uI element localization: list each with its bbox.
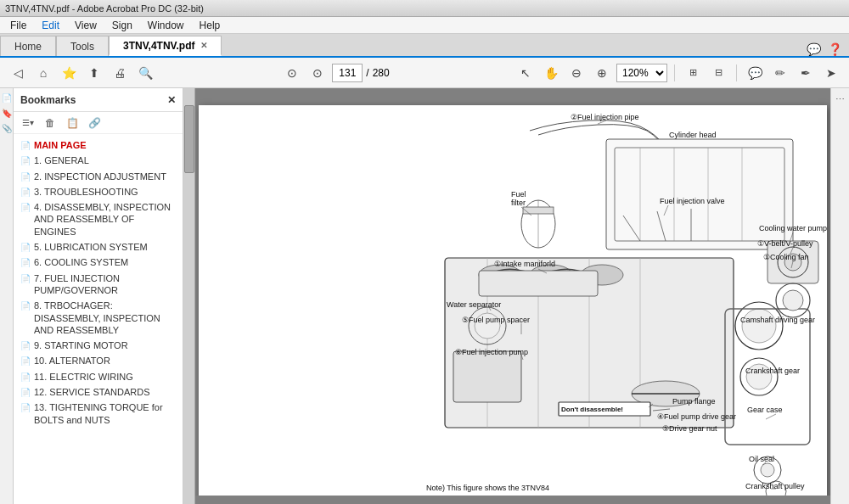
panel-pages-icon[interactable]: 📄 bbox=[1, 92, 13, 104]
bookmark-icon: 📄 bbox=[20, 387, 31, 398]
bookmark-icon: 📄 bbox=[20, 140, 31, 151]
bookmark-icon: 📄 bbox=[20, 242, 31, 253]
svg-point-24 bbox=[742, 309, 776, 343]
tab-tools[interactable]: Tools bbox=[56, 36, 109, 56]
svg-text:Don't disassemble!: Don't disassemble! bbox=[561, 406, 623, 413]
menu-help[interactable]: Help bbox=[193, 18, 228, 33]
bookmark-8[interactable]: 📄 8. TRBOCHAGER: DISASSEMBLY, INSPECTION… bbox=[14, 298, 183, 338]
engine-diagram: ②Fuel injection pipe Cylinder head Fuel … bbox=[199, 105, 827, 496]
svg-text:②Fuel injection pipe: ②Fuel injection pipe bbox=[571, 113, 639, 121]
right-icon-1[interactable]: ⋯ bbox=[833, 92, 848, 107]
bookmark-7[interactable]: 📄 7. FUEL INJECTION PUMP/GOVERNOR bbox=[14, 271, 183, 299]
stamp-icon[interactable]: ✒ bbox=[795, 62, 817, 84]
svg-text:④Fuel pump drive gear: ④Fuel pump drive gear bbox=[657, 412, 736, 421]
menu-edit[interactable]: Edit bbox=[35, 18, 66, 33]
bm-delete-button[interactable]: 🗑 bbox=[41, 115, 59, 132]
svg-text:Note) This figure shows the 3T: Note) This figure shows the 3TNV84 bbox=[426, 484, 549, 492]
svg-point-39 bbox=[761, 463, 774, 477]
tab-home[interactable]: Home bbox=[0, 36, 56, 56]
menu-window[interactable]: Window bbox=[141, 18, 191, 33]
svg-text:⑤Drive gear nut: ⑤Drive gear nut bbox=[662, 424, 717, 433]
bookmark-label: 13. TIGHTENING TORQUE for BOLTS and NUTS bbox=[34, 401, 176, 426]
svg-rect-20 bbox=[453, 351, 521, 402]
bookmark-11[interactable]: 📄 11. ELECTRIC WIRING bbox=[14, 369, 183, 384]
tab-pdf[interactable]: 3TNV,4TNV.pdf ✕ bbox=[109, 36, 221, 56]
zoom-select[interactable]: 120% 100% 75% 150% bbox=[616, 64, 667, 82]
prev-page-button[interactable]: ⊙ bbox=[281, 62, 303, 84]
bookmark-5[interactable]: 📄 5. LUBRICATION SYSTEM bbox=[14, 239, 183, 255]
bookmark-3[interactable]: 📄 3. TROUBLESHOOTING bbox=[14, 184, 183, 199]
tab-close-icon[interactable]: ✕ bbox=[200, 41, 207, 50]
fit-page-button[interactable]: ⊞ bbox=[682, 62, 704, 84]
bookmark-icon: 📄 bbox=[20, 340, 31, 351]
panel-bookmarks-icon[interactable]: 🔖 bbox=[1, 107, 13, 119]
bookmarks-panel: Bookmarks ✕ ☰▾ 🗑 📋 🔗 📄 MAIN PAGE 📄 1. GE… bbox=[14, 88, 183, 504]
panel-attachments-icon[interactable]: 📎 bbox=[1, 122, 13, 134]
print-icon[interactable]: 🖨 bbox=[109, 62, 131, 84]
bm-expand-button[interactable]: 🔗 bbox=[85, 115, 104, 132]
back-button[interactable]: ◁ bbox=[7, 62, 29, 84]
bookmark-4[interactable]: 📄 4. DISASSEMBLY, INSPECTION AND REASSEM… bbox=[14, 199, 183, 239]
help-icon[interactable]: ❓ bbox=[828, 42, 842, 56]
bookmark-label: 4. DISASSEMBLY, INSPECTION AND REASSEMBL… bbox=[34, 201, 176, 238]
bookmarks-toolbar: ☰▾ 🗑 📋 🔗 bbox=[14, 112, 183, 134]
scroll-bar[interactable] bbox=[183, 88, 195, 504]
bookmark-icon: 📄 bbox=[20, 257, 31, 268]
svg-text:filter: filter bbox=[511, 199, 526, 207]
cursor-tool[interactable]: ↖ bbox=[514, 62, 537, 84]
pdf-page: ②Fuel injection pipe Cylinder head Fuel … bbox=[195, 97, 830, 496]
bookmark-10[interactable]: 📄 10. ALTERNATOR bbox=[14, 353, 183, 368]
fit-width-button[interactable]: ⊟ bbox=[707, 62, 729, 84]
page-number-input[interactable] bbox=[332, 64, 363, 82]
menu-view[interactable]: View bbox=[68, 18, 104, 33]
svg-text:Camshaft driving gear: Camshaft driving gear bbox=[740, 316, 815, 324]
home-toolbar-icon[interactable]: ⌂ bbox=[32, 62, 54, 84]
bookmark-toolbar-icon[interactable]: ⭐ bbox=[58, 62, 80, 84]
svg-text:Cooling water pump: Cooling water pump bbox=[759, 224, 827, 232]
bookmark-2[interactable]: 📄 2. INSPECTION ADJUSTMENT bbox=[14, 169, 183, 184]
zoom-in-button[interactable]: ⊕ bbox=[591, 62, 613, 84]
bookmark-label: 12. SERVICE STANDARDS bbox=[34, 386, 150, 398]
zoom-out-button[interactable]: ⊖ bbox=[565, 62, 588, 84]
share-icon[interactable]: ➤ bbox=[820, 62, 842, 84]
bookmark-label: 11. ELECTRIC WIRING bbox=[34, 371, 133, 383]
svg-text:⑤Fuel pump spacer: ⑤Fuel pump spacer bbox=[462, 316, 530, 324]
svg-text:Pump flange: Pump flange bbox=[672, 397, 716, 406]
svg-text:Crankshaft gear: Crankshaft gear bbox=[745, 367, 800, 375]
svg-text:⑥Fuel injection pump: ⑥Fuel injection pump bbox=[455, 348, 528, 356]
bookmark-1[interactable]: 📄 1. GENERAL bbox=[14, 153, 183, 168]
search-icon[interactable]: 🔍 bbox=[134, 62, 156, 84]
bm-options-button[interactable]: ☰▾ bbox=[19, 115, 37, 132]
page-separator: / bbox=[366, 67, 368, 79]
bookmark-12[interactable]: 📄 12. SERVICE STANDARDS bbox=[14, 384, 183, 400]
bookmark-icon: 📄 bbox=[20, 356, 31, 367]
comment-toolbar-icon[interactable]: 💬 bbox=[744, 62, 766, 84]
scroll-thumb[interactable] bbox=[184, 105, 194, 173]
bookmark-icon: 📄 bbox=[20, 202, 31, 213]
bookmarks-close[interactable]: ✕ bbox=[167, 94, 176, 106]
svg-line-74 bbox=[766, 414, 776, 419]
bm-add-button[interactable]: 📋 bbox=[63, 115, 82, 132]
svg-text:Water separator: Water separator bbox=[447, 300, 501, 309]
bookmark-13[interactable]: 📄 13. TIGHTENING TORQUE for BOLTS and NU… bbox=[14, 400, 183, 428]
next-page-button[interactable]: ⊙ bbox=[306, 62, 329, 84]
menu-sign[interactable]: Sign bbox=[105, 18, 139, 33]
draw-icon[interactable]: ✏ bbox=[769, 62, 791, 84]
bookmark-icon: 📄 bbox=[20, 300, 31, 311]
svg-text:Fuel: Fuel bbox=[511, 190, 526, 199]
bookmark-6[interactable]: 📄 6. COOLING SYSTEM bbox=[14, 255, 183, 270]
upload-icon[interactable]: ⬆ bbox=[83, 62, 105, 84]
bookmark-main-page[interactable]: 📄 MAIN PAGE bbox=[14, 137, 183, 153]
svg-text:Gear case: Gear case bbox=[747, 406, 783, 414]
bookmark-label: 9. STARTING MOTOR bbox=[34, 339, 128, 351]
tab-bar: Home Tools 3TNV,4TNV.pdf ✕ 💬 ❓ bbox=[0, 34, 849, 58]
bookmark-9[interactable]: 📄 9. STARTING MOTOR bbox=[14, 338, 183, 353]
svg-text:Crankshaft pulley: Crankshaft pulley bbox=[745, 482, 805, 490]
content-area: ②Fuel injection pipe Cylinder head Fuel … bbox=[183, 88, 830, 504]
bookmark-icon: 📄 bbox=[20, 372, 31, 383]
tab-pdf-label: 3TNV,4TNV.pdf bbox=[123, 40, 194, 52]
svg-text:①V-belt/V-pulley: ①V-belt/V-pulley bbox=[757, 239, 813, 248]
comment-icon[interactable]: 💬 bbox=[807, 42, 821, 56]
menu-file[interactable]: File bbox=[3, 18, 33, 33]
hand-tool[interactable]: ✋ bbox=[540, 62, 562, 84]
